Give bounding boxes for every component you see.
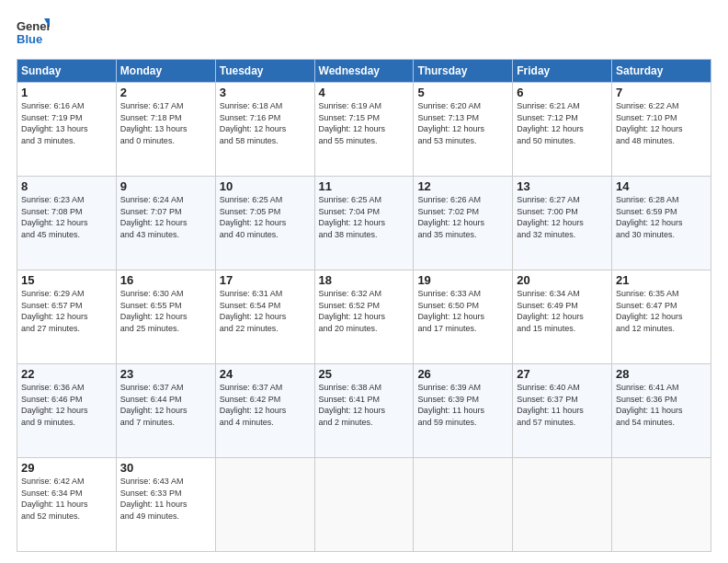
calendar-header-monday: Monday [116, 60, 215, 83]
day-number: 30 [120, 461, 211, 475]
day-info: Sunrise: 6:38 AM Sunset: 6:41 PM Dayligh… [319, 382, 410, 428]
calendar-header-tuesday: Tuesday [215, 60, 314, 83]
calendar-header-saturday: Saturday [612, 60, 711, 83]
day-info: Sunrise: 6:37 AM Sunset: 6:44 PM Dayligh… [120, 382, 211, 428]
day-number: 23 [120, 367, 211, 381]
calendar-cell: 4Sunrise: 6:19 AM Sunset: 7:15 PM Daylig… [314, 83, 414, 177]
svg-text:Blue: Blue [17, 32, 42, 46]
day-info: Sunrise: 6:37 AM Sunset: 6:42 PM Dayligh… [220, 382, 311, 428]
header: General Blue [17, 17, 711, 50]
day-info: Sunrise: 6:31 AM Sunset: 6:54 PM Dayligh… [220, 288, 311, 334]
day-info: Sunrise: 6:16 AM Sunset: 7:19 PM Dayligh… [21, 100, 112, 146]
day-number: 25 [319, 367, 410, 381]
calendar-cell: 13Sunrise: 6:27 AM Sunset: 7:00 PM Dayli… [513, 177, 612, 270]
calendar-cell: 20Sunrise: 6:34 AM Sunset: 6:49 PM Dayli… [513, 270, 612, 364]
day-number: 12 [417, 179, 508, 193]
day-info: Sunrise: 6:39 AM Sunset: 6:39 PM Dayligh… [417, 382, 508, 428]
logo-svg: General Blue [17, 17, 50, 50]
day-number: 16 [120, 273, 211, 287]
day-info: Sunrise: 6:36 AM Sunset: 6:46 PM Dayligh… [21, 382, 112, 428]
calendar-cell: 9Sunrise: 6:24 AM Sunset: 7:07 PM Daylig… [116, 177, 215, 270]
day-info: Sunrise: 6:32 AM Sunset: 6:52 PM Dayligh… [319, 288, 410, 334]
calendar-cell: 19Sunrise: 6:33 AM Sunset: 6:50 PM Dayli… [414, 270, 513, 364]
calendar-cell [513, 458, 612, 552]
day-number: 5 [417, 86, 508, 99]
day-number: 11 [319, 179, 410, 193]
calendar-header-row: SundayMondayTuesdayWednesdayThursdayFrid… [17, 60, 711, 83]
day-info: Sunrise: 6:40 AM Sunset: 6:37 PM Dayligh… [517, 382, 608, 428]
calendar-week-row: 29Sunrise: 6:42 AM Sunset: 6:34 PM Dayli… [17, 458, 711, 552]
day-number: 20 [517, 273, 608, 287]
day-number: 6 [517, 86, 608, 99]
day-number: 29 [21, 461, 112, 475]
calendar-cell: 5Sunrise: 6:20 AM Sunset: 7:13 PM Daylig… [414, 83, 513, 177]
day-info: Sunrise: 6:28 AM Sunset: 6:59 PM Dayligh… [616, 194, 707, 240]
calendar-cell: 21Sunrise: 6:35 AM Sunset: 6:47 PM Dayli… [612, 270, 711, 364]
day-number: 7 [616, 86, 707, 99]
day-number: 2 [120, 86, 211, 99]
day-info: Sunrise: 6:35 AM Sunset: 6:47 PM Dayligh… [616, 288, 707, 334]
day-info: Sunrise: 6:20 AM Sunset: 7:13 PM Dayligh… [417, 100, 508, 146]
day-info: Sunrise: 6:18 AM Sunset: 7:16 PM Dayligh… [220, 100, 311, 146]
calendar-cell [414, 458, 513, 552]
day-number: 3 [220, 86, 311, 99]
calendar-week-row: 22Sunrise: 6:36 AM Sunset: 6:46 PM Dayli… [17, 364, 711, 458]
calendar-cell: 10Sunrise: 6:25 AM Sunset: 7:05 PM Dayli… [215, 177, 314, 270]
calendar-cell [215, 458, 314, 552]
calendar-cell [314, 458, 414, 552]
calendar-cell [612, 458, 711, 552]
calendar-cell: 14Sunrise: 6:28 AM Sunset: 6:59 PM Dayli… [612, 177, 711, 270]
calendar-cell: 28Sunrise: 6:41 AM Sunset: 6:36 PM Dayli… [612, 364, 711, 458]
day-info: Sunrise: 6:34 AM Sunset: 6:49 PM Dayligh… [517, 288, 608, 334]
calendar-header-wednesday: Wednesday [314, 60, 414, 83]
day-info: Sunrise: 6:26 AM Sunset: 7:02 PM Dayligh… [417, 194, 508, 240]
calendar-cell: 8Sunrise: 6:23 AM Sunset: 7:08 PM Daylig… [17, 177, 117, 270]
calendar-header-sunday: Sunday [17, 60, 117, 83]
calendar-cell: 23Sunrise: 6:37 AM Sunset: 6:44 PM Dayli… [116, 364, 215, 458]
day-info: Sunrise: 6:23 AM Sunset: 7:08 PM Dayligh… [21, 194, 112, 240]
calendar-cell: 6Sunrise: 6:21 AM Sunset: 7:12 PM Daylig… [513, 83, 612, 177]
calendar-cell: 25Sunrise: 6:38 AM Sunset: 6:41 PM Dayli… [314, 364, 414, 458]
day-number: 17 [220, 273, 311, 287]
day-number: 24 [220, 367, 311, 381]
day-number: 9 [120, 179, 211, 193]
day-info: Sunrise: 6:27 AM Sunset: 7:00 PM Dayligh… [517, 194, 608, 240]
day-number: 19 [417, 273, 508, 287]
calendar-cell: 16Sunrise: 6:30 AM Sunset: 6:55 PM Dayli… [116, 270, 215, 364]
calendar-cell: 17Sunrise: 6:31 AM Sunset: 6:54 PM Dayli… [215, 270, 314, 364]
day-info: Sunrise: 6:24 AM Sunset: 7:07 PM Dayligh… [120, 194, 211, 240]
day-number: 13 [517, 179, 608, 193]
day-info: Sunrise: 6:41 AM Sunset: 6:36 PM Dayligh… [616, 382, 707, 428]
calendar-cell: 18Sunrise: 6:32 AM Sunset: 6:52 PM Dayli… [314, 270, 414, 364]
calendar-cell: 30Sunrise: 6:43 AM Sunset: 6:33 PM Dayli… [116, 458, 215, 552]
calendar-cell: 29Sunrise: 6:42 AM Sunset: 6:34 PM Dayli… [17, 458, 117, 552]
day-info: Sunrise: 6:43 AM Sunset: 6:33 PM Dayligh… [120, 476, 211, 522]
day-info: Sunrise: 6:33 AM Sunset: 6:50 PM Dayligh… [417, 288, 508, 334]
svg-text:General: General [17, 19, 50, 33]
day-number: 15 [21, 273, 112, 287]
day-number: 27 [517, 367, 608, 381]
day-number: 8 [21, 179, 112, 193]
day-info: Sunrise: 6:25 AM Sunset: 7:04 PM Dayligh… [319, 194, 410, 240]
calendar-cell: 7Sunrise: 6:22 AM Sunset: 7:10 PM Daylig… [612, 83, 711, 177]
day-number: 22 [21, 367, 112, 381]
day-info: Sunrise: 6:29 AM Sunset: 6:57 PM Dayligh… [21, 288, 112, 334]
calendar-cell: 12Sunrise: 6:26 AM Sunset: 7:02 PM Dayli… [414, 177, 513, 270]
calendar-week-row: 15Sunrise: 6:29 AM Sunset: 6:57 PM Dayli… [17, 270, 711, 364]
calendar-table: SundayMondayTuesdayWednesdayThursdayFrid… [17, 59, 711, 552]
day-number: 4 [319, 86, 410, 99]
day-number: 21 [616, 273, 707, 287]
day-number: 14 [616, 179, 707, 193]
calendar-header-thursday: Thursday [414, 60, 513, 83]
calendar-week-row: 1Sunrise: 6:16 AM Sunset: 7:19 PM Daylig… [17, 83, 711, 177]
day-info: Sunrise: 6:21 AM Sunset: 7:12 PM Dayligh… [517, 100, 608, 146]
calendar-cell: 22Sunrise: 6:36 AM Sunset: 6:46 PM Dayli… [17, 364, 117, 458]
calendar-cell: 2Sunrise: 6:17 AM Sunset: 7:18 PM Daylig… [116, 83, 215, 177]
calendar-cell: 27Sunrise: 6:40 AM Sunset: 6:37 PM Dayli… [513, 364, 612, 458]
logo: General Blue [17, 17, 50, 50]
day-info: Sunrise: 6:42 AM Sunset: 6:34 PM Dayligh… [21, 476, 112, 522]
day-info: Sunrise: 6:25 AM Sunset: 7:05 PM Dayligh… [220, 194, 311, 240]
calendar-cell: 11Sunrise: 6:25 AM Sunset: 7:04 PM Dayli… [314, 177, 414, 270]
calendar-cell: 26Sunrise: 6:39 AM Sunset: 6:39 PM Dayli… [414, 364, 513, 458]
calendar-cell: 1Sunrise: 6:16 AM Sunset: 7:19 PM Daylig… [17, 83, 117, 177]
